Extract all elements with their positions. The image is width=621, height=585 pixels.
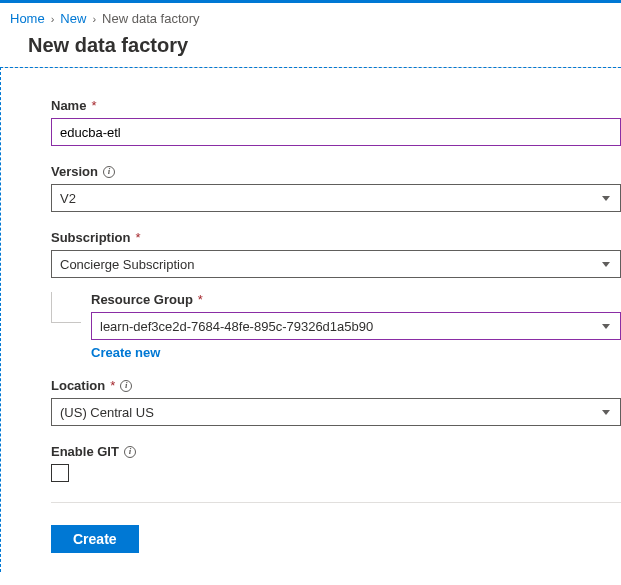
location-select[interactable]: (US) Central US [51,398,621,426]
breadcrumb-home[interactable]: Home [10,11,45,26]
chevron-down-icon [602,196,610,201]
chevron-right-icon: › [92,13,96,25]
create-button[interactable]: Create [51,525,139,553]
subscription-label: Subscription [51,230,130,245]
location-value: (US) Central US [60,405,154,420]
subscription-value: Concierge Subscription [60,257,194,272]
form-region: Name * Version i V2 Subscription * Conci… [0,67,621,572]
resource-group-block: Resource Group * learn-def3ce2d-7684-48f… [51,292,621,360]
required-indicator: * [110,378,115,393]
location-label: Location [51,378,105,393]
required-indicator: * [135,230,140,245]
version-select[interactable]: V2 [51,184,621,212]
resource-group-select[interactable]: learn-def3ce2d-7684-48fe-895c-79326d1a5b… [91,312,621,340]
info-icon[interactable]: i [124,446,136,458]
info-icon[interactable]: i [103,166,115,178]
required-indicator: * [198,292,203,307]
version-label: Version [51,164,98,179]
field-subscription: Subscription * Concierge Subscription Re… [51,230,621,360]
chevron-down-icon [602,324,610,329]
chevron-right-icon: › [51,13,55,25]
info-icon[interactable]: i [120,380,132,392]
version-value: V2 [60,191,76,206]
field-location: Location * i (US) Central US [51,378,621,426]
required-indicator: * [91,98,96,113]
resource-group-label: Resource Group [91,292,193,307]
field-version: Version i V2 [51,164,621,212]
page-title: New data factory [0,32,621,68]
breadcrumb-current: New data factory [102,11,200,26]
breadcrumb: Home › New › New data factory [0,3,621,32]
name-input[interactable] [51,118,621,146]
subscription-select[interactable]: Concierge Subscription [51,250,621,278]
indent-connector [51,292,91,360]
footer: Create [51,502,621,553]
create-new-link[interactable]: Create new [91,345,160,360]
resource-group-value: learn-def3ce2d-7684-48fe-895c-79326d1a5b… [100,319,373,334]
enable-git-checkbox[interactable] [51,464,69,482]
field-name: Name * [51,98,621,146]
chevron-down-icon [602,410,610,415]
breadcrumb-new[interactable]: New [60,11,86,26]
chevron-down-icon [602,262,610,267]
enable-git-label: Enable GIT [51,444,119,459]
name-label: Name [51,98,86,113]
field-enable-git: Enable GIT i [51,444,621,482]
